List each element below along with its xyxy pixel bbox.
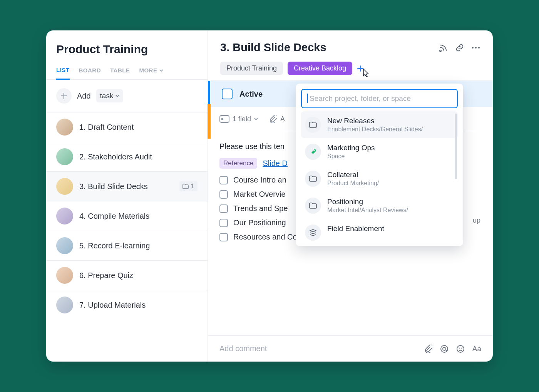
comment-tools: Aa	[425, 345, 481, 353]
add-tag-button[interactable]	[357, 65, 364, 72]
tab-table[interactable]: TABLE	[110, 67, 130, 79]
comment-input[interactable]: Add comment	[219, 344, 267, 353]
add-task-row: Add task	[46, 80, 208, 112]
avatar	[56, 297, 73, 313]
task-row[interactable]: 7. Upload Materials	[46, 290, 208, 320]
dropdown-item[interactable]: Field Enablement	[301, 219, 458, 241]
reference-chip: Reference	[219, 158, 257, 169]
chevron-down-icon	[159, 69, 163, 72]
task-row[interactable]: 2. Stakeholders Audit	[46, 142, 208, 172]
avatar	[56, 178, 73, 195]
avatar	[56, 148, 73, 165]
tab-board[interactable]: BOARD	[79, 67, 101, 79]
task-label: 5. Record E-learning	[79, 241, 198, 250]
fields-count-label: 1 field	[233, 115, 251, 123]
tab-more[interactable]: MORE	[139, 67, 163, 79]
more-icon[interactable]	[471, 43, 480, 52]
header-actions	[439, 43, 480, 52]
folder-icon	[305, 117, 321, 133]
cursor-icon	[362, 68, 371, 77]
comment-bar: Add comment Aa	[208, 335, 493, 362]
dropdown-item-title: New Releases	[327, 117, 423, 125]
stack-icon	[305, 224, 321, 241]
task-row[interactable]: 5. Record E-learning	[46, 231, 208, 261]
scrollbar[interactable]	[455, 114, 457, 179]
attach-button[interactable]: A	[270, 115, 285, 123]
avatar	[56, 237, 73, 254]
tag-backlog[interactable]: Creative Backlog	[288, 62, 352, 75]
mention-icon[interactable]	[440, 345, 449, 353]
folder-icon	[305, 171, 321, 187]
plus-icon	[60, 92, 67, 99]
dropdown-item[interactable]: New Releases Enablement Decks/General Sl…	[301, 111, 458, 138]
checkbox[interactable]	[219, 219, 228, 227]
add-type-label: task	[100, 92, 114, 100]
svg-point-5	[441, 345, 448, 352]
dropdown-item[interactable]: Collateral Product Marketing/	[301, 165, 458, 192]
text-format-icon[interactable]: Aa	[472, 345, 481, 353]
chevron-down-icon	[116, 95, 119, 97]
fields-button[interactable]: 1 field	[219, 115, 258, 123]
task-label: 4. Compile Materials	[79, 212, 198, 221]
checkbox[interactable]	[219, 176, 228, 184]
svg-point-10	[314, 150, 315, 151]
dropdown-item[interactable]: Positioning Market Intel/Analyst Reviews…	[301, 192, 458, 219]
task-row[interactable]: 6. Prepare Quiz	[46, 261, 208, 290]
task-row[interactable]: 4. Compile Materials	[46, 201, 208, 231]
dropdown-item-title: Field Enablement	[327, 224, 384, 233]
dropdown-item-title: Marketing Ops	[327, 144, 375, 152]
main-panel: 3. Build Slide Decks Product Training Cr…	[208, 30, 493, 362]
tag-project[interactable]: Product Training	[220, 62, 283, 75]
check-label: Our Positioning	[233, 218, 286, 227]
task-subitem-count: 1	[191, 183, 194, 190]
task-label: 2. Stakeholders Audit	[79, 152, 198, 161]
dropdown-item[interactable]: Marketing Ops Space	[301, 138, 458, 165]
add-type-selector[interactable]: task	[96, 89, 124, 102]
check-label: Course Intro an	[233, 176, 286, 184]
search-input[interactable]: Search project, folder, or space	[301, 89, 458, 108]
task-label: 6. Prepare Quiz	[79, 271, 198, 280]
tab-list[interactable]: LIST	[56, 67, 70, 80]
checkbox[interactable]	[219, 190, 228, 199]
paperclip-icon[interactable]	[425, 345, 432, 353]
reference-link[interactable]: Slide D	[263, 159, 287, 168]
rocket-icon	[305, 144, 321, 160]
status-label: Active	[239, 90, 263, 99]
view-tabs: LIST BOARD TABLE MORE	[46, 67, 208, 80]
svg-point-1	[475, 47, 477, 49]
svg-point-0	[472, 47, 474, 49]
dropdown-item-title: Positioning	[327, 198, 408, 206]
app-window: Product Training LIST BOARD TABLE MORE A…	[46, 30, 493, 362]
attach-label: A	[280, 115, 285, 123]
add-button[interactable]	[56, 88, 72, 104]
svg-point-9	[461, 347, 462, 348]
project-title: Product Training	[56, 43, 198, 56]
avatar	[56, 208, 73, 224]
task-title: 3. Build Slide Decks	[220, 41, 326, 54]
tag-row: Product Training Creative Backlog	[220, 62, 480, 75]
task-header: 3. Build Slide Decks Product Training Cr…	[208, 30, 493, 81]
chevron-down-icon	[254, 118, 258, 120]
task-row[interactable]: 1. Draft Content	[46, 112, 208, 142]
add-label: Add	[77, 92, 91, 101]
checkbox[interactable]	[219, 204, 228, 213]
folder-icon	[305, 198, 321, 214]
rollup-label: up	[473, 216, 480, 224]
rss-icon[interactable]	[439, 43, 448, 52]
tab-more-label: MORE	[139, 67, 157, 74]
svg-point-8	[459, 347, 460, 348]
svg-point-2	[478, 47, 480, 49]
dropdown-item-sub: Market Intel/Analyst Reviews/	[327, 207, 408, 214]
checkbox[interactable]	[219, 233, 228, 241]
task-row[interactable]: 3. Build Slide Decks 1	[46, 172, 208, 201]
status-checkbox[interactable]	[222, 89, 233, 99]
link-icon[interactable]	[455, 43, 464, 52]
task-label: 1. Draft Content	[79, 123, 198, 132]
dropdown-item-sub: Space	[327, 153, 375, 160]
paperclip-icon	[270, 115, 277, 123]
svg-point-6	[443, 347, 446, 350]
sidebar: Product Training LIST BOARD TABLE MORE A…	[46, 30, 208, 362]
dropdown-item-sub: Product Marketing/	[327, 180, 379, 187]
emoji-icon[interactable]	[456, 345, 465, 353]
search-placeholder: Search project, folder, or space	[310, 94, 411, 102]
